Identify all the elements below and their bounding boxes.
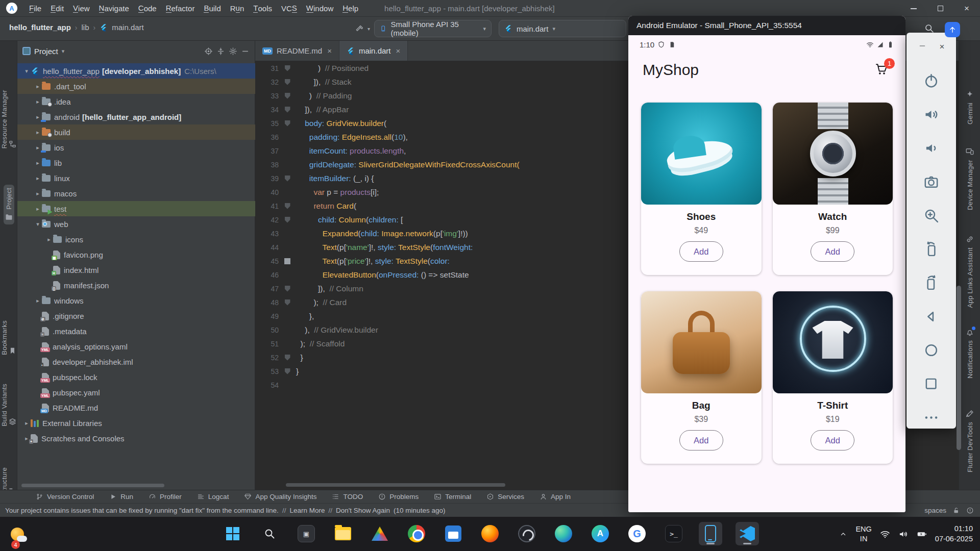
expand-all-icon[interactable]: [216, 47, 225, 56]
update-notification-button[interactable]: [945, 22, 960, 37]
sidebar-item-device-manager[interactable]: Device Manager: [959, 147, 980, 210]
add-to-cart-button[interactable]: Add: [811, 241, 854, 262]
tree-chevron-icon[interactable]: ▸: [34, 144, 42, 151]
fold-marker-icon[interactable]: [285, 368, 290, 374]
taskbar-app-store[interactable]: [442, 522, 465, 545]
taskbar-app-vscode[interactable]: [736, 522, 759, 545]
tree-item-icons[interactable]: ▸icons: [17, 232, 255, 247]
hide-panel-icon[interactable]: [241, 47, 250, 56]
minimize-button[interactable]: [900, 0, 927, 17]
camera-icon[interactable]: [923, 173, 940, 190]
sidebar-item-flutter-devtools[interactable]: Flutter DevTools: [959, 409, 980, 472]
taskbar-app-drive[interactable]: [368, 522, 391, 545]
fold-marker-icon[interactable]: [285, 176, 290, 182]
tree-item--metadata[interactable]: ≡.metadata: [17, 323, 255, 339]
taskbar-app-start[interactable]: [221, 522, 244, 545]
menu-run[interactable]: Run: [226, 0, 249, 17]
volume-down-icon[interactable]: [923, 140, 940, 157]
horizontal-scrollbar[interactable]: [286, 483, 505, 487]
lock-open-icon[interactable]: [952, 507, 960, 514]
maximize-button[interactable]: [927, 0, 953, 17]
tree-chevron-icon[interactable]: ▾: [34, 221, 42, 228]
tree-item-lib[interactable]: ▸lib: [17, 155, 255, 170]
taskbar-app-android-studio[interactable]: A: [589, 522, 612, 545]
tree-item-manifest-json[interactable]: {}manifest.json: [17, 278, 255, 293]
toolwindow-run[interactable]: Run: [109, 493, 133, 500]
sidebar-item-app-links-assistant[interactable]: App Links Assistant: [959, 235, 980, 308]
fold-marker-icon[interactable]: [285, 217, 290, 223]
tab-main.dart[interactable]: main.dart×: [339, 41, 408, 61]
taskbar-app-search[interactable]: [258, 522, 281, 545]
fold-marker-icon[interactable]: [285, 355, 290, 361]
sidebar-item-notifications[interactable]: Notifications: [959, 328, 980, 379]
build-hammer-icon[interactable]: [355, 23, 365, 34]
wifi-icon[interactable]: [880, 529, 890, 539]
menu-file[interactable]: File: [24, 0, 46, 17]
tree-chevron-icon[interactable]: ▸: [34, 129, 42, 136]
tree-chevron-icon[interactable]: ▸: [34, 83, 42, 90]
tree-item-scratches-and-consoles[interactable]: ▸+Scratches and Consoles: [17, 431, 255, 446]
fold-marker-icon[interactable]: [285, 299, 290, 306]
language-switcher[interactable]: ENG IN: [855, 524, 871, 543]
cart-button[interactable]: 1: [874, 61, 891, 79]
fold-marker-icon[interactable]: [285, 120, 290, 127]
tree-chevron-icon[interactable]: ▸: [22, 420, 31, 427]
zoom-in-icon[interactable]: [923, 207, 940, 224]
tab-close-icon[interactable]: ×: [327, 46, 332, 55]
toolwindow-version-control[interactable]: Version Control: [36, 493, 94, 500]
menu-help[interactable]: Help: [338, 0, 363, 17]
tree-item-web[interactable]: ▾web: [17, 216, 255, 232]
tree-item-readme-md[interactable]: MDREADME.md: [17, 400, 255, 415]
toolwindow-todo[interactable]: TODO: [332, 493, 363, 500]
breadcrumb-file[interactable]: main.dart: [112, 23, 144, 32]
menu-navigate[interactable]: Navigate: [94, 0, 134, 17]
overview-icon[interactable]: [923, 375, 940, 392]
tree-item-ios[interactable]: ▸ios: [17, 140, 255, 155]
clock[interactable]: 01:10 07-06-2025: [935, 524, 973, 544]
sidebar-item-gemini[interactable]: Gemini: [959, 90, 980, 124]
taskbar-app-emulator[interactable]: [699, 522, 722, 545]
tree-item-analysis-options-yaml[interactable]: YMLanalysis_options.yaml: [17, 339, 255, 354]
rotate-left-icon[interactable]: [923, 241, 940, 258]
power-icon[interactable]: [923, 72, 940, 89]
menu-window[interactable]: Window: [302, 0, 338, 17]
tree-item-build[interactable]: ▸build: [17, 124, 255, 140]
fold-marker-icon[interactable]: [285, 107, 290, 113]
search-icon[interactable]: [924, 23, 935, 34]
tree-item--dart-tool[interactable]: ▸.dart_tool: [17, 79, 255, 94]
more-icon[interactable]: [923, 409, 940, 426]
sidebar-item-resource-manager[interactable]: Resource Manager: [0, 90, 17, 151]
tray-chevron-up-icon[interactable]: [839, 530, 847, 538]
tree-item--idea[interactable]: ▸.idea: [17, 94, 255, 109]
indent-setting[interactable]: spaces: [924, 507, 946, 514]
tree-chevron-icon[interactable]: ▾: [22, 68, 31, 74]
minimize-button[interactable]: [918, 42, 926, 50]
tree-item-hello-flutter-app[interactable]: ▾hello_flutter_app [developer_abhishek] …: [17, 63, 255, 79]
gear-icon[interactable]: [229, 47, 237, 56]
tree-chevron-icon[interactable]: ▸: [34, 160, 42, 166]
toolwindow-services[interactable]: Services: [486, 493, 524, 500]
tree-chevron-icon[interactable]: ▸: [34, 297, 42, 304]
add-to-cart-button[interactable]: Add: [811, 430, 854, 450]
toolwindow-logcat[interactable]: Logcat: [197, 493, 229, 500]
tree-item-test[interactable]: ▸test: [17, 201, 255, 216]
toolwindow-app-quality-insights[interactable]: App Quality Insights: [244, 493, 316, 500]
tree-chevron-icon[interactable]: ▸: [34, 98, 42, 105]
tree-item-android[interactable]: ▸android [hello_flutter_app_android]: [17, 109, 255, 124]
taskbar-app-terminal[interactable]: >_: [662, 522, 685, 545]
back-icon[interactable]: [923, 308, 940, 325]
breadcrumb-project[interactable]: hello_flutter_app: [9, 23, 71, 32]
fold-marker-icon[interactable]: [285, 93, 290, 99]
tree-item-developer-abhishek-iml[interactable]: ▪developer_abhishek.iml: [17, 354, 255, 369]
menu-edit[interactable]: Edit: [46, 0, 68, 17]
battery-icon[interactable]: [917, 529, 927, 539]
run-configuration[interactable]: main.dart ▾: [499, 20, 626, 37]
fold-marker-icon[interactable]: [285, 203, 290, 209]
tree-item-macos[interactable]: ▸macos: [17, 186, 255, 201]
sidebar-item-bookmarks[interactable]: Bookmarks: [0, 320, 17, 357]
add-to-cart-button[interactable]: Add: [679, 430, 723, 450]
fold-marker-icon[interactable]: [285, 65, 290, 71]
menu-tools[interactable]: Tools: [249, 0, 277, 17]
tree-chevron-icon[interactable]: ▸: [34, 206, 42, 212]
tree-item-windows[interactable]: ▸windows: [17, 293, 255, 308]
